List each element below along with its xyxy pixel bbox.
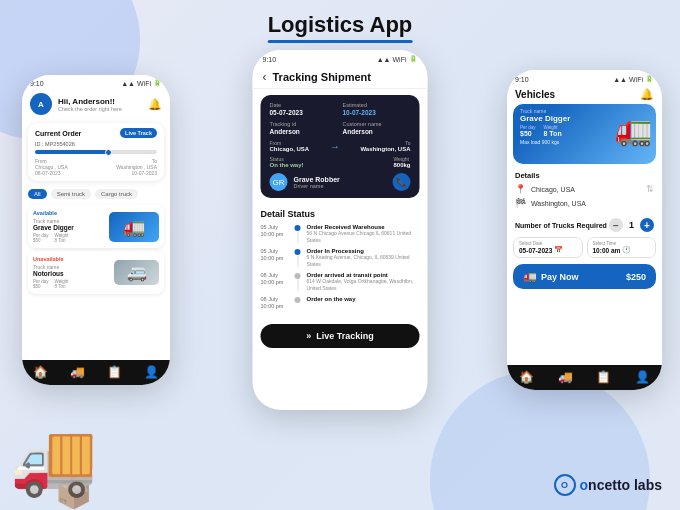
- nav-home-left[interactable]: 🏠: [33, 365, 48, 379]
- nav-list-left[interactable]: 📋: [107, 365, 122, 379]
- truck-info-2: Unavailable Truck name Notorious Per day…: [33, 256, 109, 289]
- from-date: 08-07-2023: [35, 170, 68, 176]
- nav-user-right[interactable]: 👤: [635, 370, 650, 384]
- trucks-required: Number of Trucks Required − 1 +: [507, 215, 662, 235]
- ds-dot-line-2: [295, 248, 301, 267]
- date-value: 05-07-2023: [270, 109, 338, 116]
- clock-icon: 🕐: [622, 246, 631, 254]
- pay-now-button[interactable]: 🚛 Pay Now $250: [513, 264, 656, 289]
- featured-weight: Weight 8 Ton: [544, 125, 562, 137]
- truck-status-2: Unavailable: [33, 256, 109, 262]
- tracking-title: Tracking Shipment: [273, 71, 371, 83]
- logo-text: oncetto labs: [580, 477, 662, 493]
- ds-line-1: [297, 231, 298, 243]
- time-value-right: 10:00 am 🕐: [593, 246, 651, 254]
- app-title: Logistics App: [268, 12, 413, 43]
- pay-amount: $250: [626, 272, 646, 282]
- bell-icon-right[interactable]: 🔔: [640, 88, 654, 101]
- route-from: From Chicago, USA: [270, 140, 310, 152]
- featured-truck-specs: Per day $50 Weight 8 Ton: [520, 125, 570, 137]
- ds-item-2: 05 July 10:00 pm Order In Processing 5 N…: [261, 248, 420, 267]
- live-track-label: Live Tracking: [316, 331, 374, 341]
- truck-card-2[interactable]: Unavailable Truck name Notorious Per day…: [28, 251, 164, 294]
- detail-status: Detail Status 05 July 10:00 pm Order Rec…: [253, 204, 428, 320]
- co-header: Current Order Live Track: [35, 128, 157, 138]
- status-icons-center: ▲▲ WiFi 🔋: [377, 55, 418, 63]
- filter-all[interactable]: All: [28, 189, 47, 199]
- route-arrow: →: [330, 141, 340, 152]
- truck-info-1: Available Truck name Grave Digger Per da…: [33, 210, 104, 243]
- weight-value: 800kg: [393, 162, 410, 168]
- ds-line-3: [297, 279, 298, 291]
- customer-field: Customer name Anderson: [343, 121, 411, 135]
- truck-status-1: Available: [33, 210, 104, 216]
- driver-name: Grave Robber: [294, 176, 340, 183]
- time-right: 9:10: [515, 76, 529, 83]
- date-field-right[interactable]: Select Date 05-07-2023 📅: [513, 237, 583, 258]
- ds-item-1: 05 July 10:00 pm Order Received Warehous…: [261, 224, 420, 243]
- details-section: Details 📍 Chicago, USA ⇅ 🏁 Washington, U…: [507, 168, 662, 215]
- status-bar-left: 9:10 ▲▲ WiFi 🔋: [22, 75, 170, 89]
- nav-truck-right[interactable]: 🚚: [558, 370, 573, 384]
- date-time-row: Select Date 05-07-2023 📅 Select Time 10:…: [507, 235, 662, 262]
- truck-name-1: Grave Digger: [33, 224, 104, 231]
- driver-row: GR Grave Robber Driver name 📞: [270, 173, 411, 191]
- ds-line-2: [297, 255, 298, 267]
- truck-name-2: Notorious: [33, 270, 109, 277]
- estimated-value: 10-07-2023: [343, 109, 411, 116]
- status-weight-row: Status On the way! Weight 800kg: [270, 156, 411, 168]
- status-value: On the way!: [270, 162, 304, 168]
- to-loc: To Washington , USA 10-07-2023: [116, 158, 157, 176]
- detail-status-title: Detail Status: [261, 209, 420, 219]
- progress-dot: [105, 149, 112, 156]
- trucks-required-label: Number of Trucks Required: [515, 222, 607, 229]
- pay-label: Pay Now: [541, 272, 579, 282]
- decorative-truck: 🚚: [10, 418, 97, 500]
- logo-icon: O: [554, 474, 576, 496]
- phone-left: 9:10 ▲▲ WiFi 🔋 A Hii, Anderson!! Check t…: [22, 75, 170, 385]
- tracking-id-field: Tracking id Anderson: [270, 121, 338, 135]
- phone-center: 9:10 ▲▲ WiFi 🔋 ‹ Tracking Shipment Date …: [253, 50, 428, 410]
- decrease-truck-btn[interactable]: −: [609, 218, 623, 232]
- filter-cargo[interactable]: Cargo truck: [95, 189, 138, 199]
- status-bar-right: 9:10 ▲▲ WiFi 🔋: [507, 70, 662, 85]
- nav-user-left[interactable]: 👤: [144, 365, 159, 379]
- ds-desc-3: Order arrived at transit point 614 W Oak…: [307, 272, 420, 291]
- live-track-btn-left[interactable]: Live Track: [120, 128, 157, 138]
- location-icon-from: 📍: [515, 184, 526, 194]
- truck-card-1[interactable]: Available Truck name Grave Digger Per da…: [28, 205, 164, 248]
- nav-list-right[interactable]: 📋: [596, 370, 611, 384]
- nav-home-right[interactable]: 🏠: [519, 370, 534, 384]
- estimated-field: Estimated 10-07-2023: [343, 102, 411, 116]
- filter-tabs: All Semi truck Cargo truck: [22, 185, 170, 203]
- detail-from: Chicago, USA: [531, 186, 641, 193]
- pay-truck-icon: 🚛: [523, 270, 537, 283]
- time-center: 9:10: [263, 56, 277, 63]
- ds-date-1: 05 July 10:00 pm: [261, 224, 289, 243]
- bell-icon-left[interactable]: 🔔: [148, 98, 162, 111]
- truck-feature-labels: Truck name Grave Digger Per day $50 Weig…: [520, 108, 570, 145]
- from-to: From Chicago , USA 08-07-2023 To Washing…: [35, 158, 157, 176]
- back-button[interactable]: ‹: [263, 70, 267, 84]
- weight-field: Weight 800kg: [393, 156, 410, 168]
- truck-specs-1: Per day $50 Weight 8 Ton: [33, 233, 104, 243]
- truck-image-2: 🚐: [114, 260, 159, 285]
- nav-truck-left[interactable]: 🚚: [70, 365, 85, 379]
- subtitle: Check the order right here: [58, 106, 142, 112]
- truck-specs-2: Per day $50 Weight 8 Ton: [33, 279, 109, 289]
- ds-dot-line-3: [295, 272, 301, 291]
- ds-desc-4: Order on the way: [307, 296, 356, 310]
- greeting: Hii, Anderson!!: [58, 97, 142, 106]
- filter-semi[interactable]: Semi truck: [51, 189, 91, 199]
- ds-date-2: 05 July 10:00 pm: [261, 248, 289, 267]
- driver-info: Grave Robber Driver name: [294, 176, 340, 189]
- time-field-right[interactable]: Select Time 10:00 am 🕐: [587, 237, 657, 258]
- live-tracking-button[interactable]: » Live Tracking: [261, 324, 420, 348]
- live-track-arrows: »: [306, 331, 311, 341]
- max-load: Max load 900 kgs: [520, 139, 570, 145]
- increase-truck-btn[interactable]: +: [640, 218, 654, 232]
- calendar-icon: 📅: [554, 246, 563, 254]
- truck-image-1: 🚛: [109, 212, 159, 242]
- date-field: Date 05-07-2023: [270, 102, 338, 116]
- call-button[interactable]: 📞: [393, 173, 411, 191]
